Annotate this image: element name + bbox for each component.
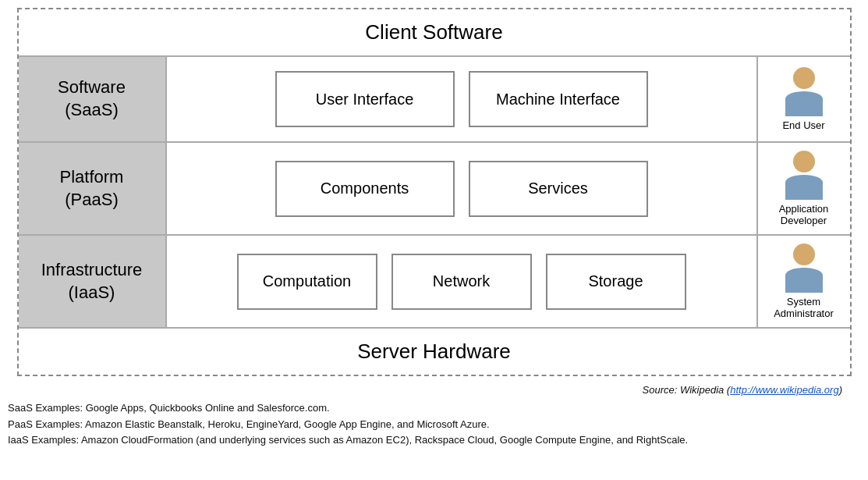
app-dev-avatar xyxy=(785,151,823,200)
paas-icon: ApplicationDeveloper xyxy=(756,143,850,234)
iaas-box-2: Network xyxy=(391,254,532,310)
client-software-header: Client Software xyxy=(19,9,850,57)
end-user-avatar xyxy=(785,67,823,116)
diagram-wrapper: Client Software Software(SaaS) User Inte… xyxy=(8,8,860,449)
paas-content: Components Services xyxy=(167,143,756,234)
diagram-container: Client Software Software(SaaS) User Inte… xyxy=(17,8,852,376)
sys-admin-label: SystemAdministrator xyxy=(774,296,834,319)
app-dev-label: ApplicationDeveloper xyxy=(779,203,829,226)
sys-admin-avatar xyxy=(785,244,823,293)
paas-row: Platform(PaaS) Components Services App xyxy=(19,143,850,236)
server-hardware-footer: Server Hardware xyxy=(19,327,850,375)
saas-box-1: User Interface xyxy=(275,71,455,127)
iaas-icon: SystemAdministrator xyxy=(756,236,850,327)
saas-content: User Interface Machine Interface xyxy=(167,57,756,141)
source-line: Source: Wikipedia (http://www.wikipedia.… xyxy=(8,382,842,399)
source-link[interactable]: http://www.wikipedia.org xyxy=(730,384,838,396)
end-user-label: End User xyxy=(782,119,824,131)
server-hardware-label: Server Hardware xyxy=(357,340,511,363)
sys-admin-body xyxy=(785,268,823,293)
saas-icon: End User xyxy=(756,57,850,141)
footnote-iaas: IaaS Examples: Amazon CloudFormation (an… xyxy=(8,432,842,449)
app-dev-body xyxy=(785,175,823,200)
footnote-paas: PaaS Examples: Amazon Elastic Beanstalk,… xyxy=(8,417,842,433)
saas-box-2: Machine Interface xyxy=(469,71,648,127)
iaas-row: Infrastructure(IaaS) Computation Network… xyxy=(19,236,850,327)
sys-admin-head xyxy=(793,244,815,265)
paas-label: Platform(PaaS) xyxy=(19,143,167,234)
saas-label: Software(SaaS) xyxy=(19,57,167,141)
end-user-head xyxy=(793,67,815,89)
saas-row: Software(SaaS) User Interface Machine In… xyxy=(19,57,850,143)
iaas-box-1: Computation xyxy=(237,254,377,310)
app-dev-head xyxy=(793,151,815,172)
paas-box-1: Components xyxy=(275,161,455,217)
paas-box-2: Services xyxy=(469,161,648,217)
footnote-saas: SaaS Examples: Google Apps, Quickbooks O… xyxy=(8,400,842,417)
end-user-body xyxy=(785,91,823,116)
iaas-label: Infrastructure(IaaS) xyxy=(19,236,167,327)
iaas-box-3: Storage xyxy=(546,254,686,310)
footnotes: Source: Wikipedia (http://www.wikipedia.… xyxy=(8,382,842,449)
source-text: Source: Wikipedia (http://www.wikipedia.… xyxy=(643,384,842,396)
client-software-label: Client Software xyxy=(365,20,502,44)
iaas-content: Computation Network Storage xyxy=(167,236,756,327)
layers-area: Software(SaaS) User Interface Machine In… xyxy=(19,57,850,327)
